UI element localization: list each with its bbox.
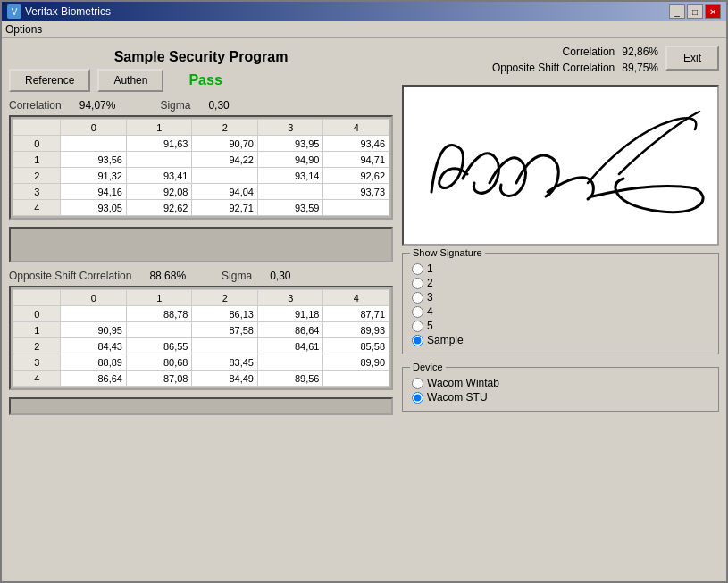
cell: 93,14 (257, 168, 323, 184)
cell (323, 200, 389, 216)
show-signature-group: Show Signature 1 2 3 4 (402, 253, 719, 354)
cell: 88,78 (126, 306, 192, 322)
table2-container: 0 1 2 3 4 0 88,78 86,13 91,18 87,71 (9, 286, 393, 390)
osc-value: 89,75% (622, 62, 658, 74)
sig-radio-2[interactable] (412, 278, 423, 289)
sig-radio-5[interactable] (412, 321, 423, 332)
cell: 93,59 (257, 200, 323, 216)
title-bar-buttons: _ □ ✕ (669, 4, 721, 19)
cell: 88,89 (61, 354, 127, 371)
sig-radio-4[interactable] (412, 306, 423, 318)
sig-label-2: 2 (427, 277, 433, 289)
cell: 92,71 (192, 200, 258, 216)
table-row: 2 91,32 93,41 93,14 92,62 (13, 168, 389, 184)
table-row: 4 86,64 87,08 84,49 89,56 (13, 371, 389, 387)
corr-value: 92,86% (622, 46, 658, 58)
th-empty (13, 120, 61, 136)
cell: 93,05 (61, 200, 127, 216)
pass-label: Pass (188, 72, 222, 88)
table1-stats: Correlation 94,07% Sigma 0,30 (9, 99, 393, 112)
sig-option-4: 4 (412, 305, 709, 318)
th-3: 3 (257, 120, 323, 136)
cell: 87,58 (192, 322, 258, 338)
close-button[interactable]: ✕ (705, 4, 721, 19)
cell: 89,90 (323, 354, 389, 371)
cell: 83,45 (192, 354, 258, 371)
cell: 87,71 (323, 306, 389, 322)
cell (257, 354, 323, 371)
th-4: 4 (323, 120, 389, 136)
sig-radio-sample[interactable] (412, 335, 423, 346)
th-0: 0 (61, 120, 127, 136)
device-radio-wintab[interactable] (412, 378, 423, 389)
cell (61, 306, 127, 322)
row-label: 0 (13, 306, 61, 322)
signature-display (402, 85, 719, 246)
table-row: 3 94,16 92,08 94,04 93,73 (13, 184, 389, 200)
device-label: Device (410, 362, 446, 372)
table2: 0 1 2 3 4 0 88,78 86,13 91,18 87,71 (13, 289, 389, 387)
cell (61, 136, 127, 152)
main-window: V Verifax Biometrics _ □ ✕ Options Sampl… (0, 0, 728, 583)
cell: 91,32 (61, 168, 127, 184)
t1-sigma-label: Sigma (160, 99, 190, 112)
t1-sigma-value: 0,30 (208, 99, 229, 112)
minimize-button[interactable]: _ (669, 4, 685, 19)
options-menu[interactable]: Options (5, 23, 42, 36)
sig-radio-1[interactable] (412, 263, 423, 275)
cell: 91,63 (126, 136, 192, 152)
cell: 94,71 (323, 152, 389, 168)
sig-label-1: 1 (427, 262, 433, 275)
table-header-row: 0 1 2 3 4 (13, 290, 389, 306)
sig-option-3: 3 (412, 291, 709, 304)
cell: 94,22 (192, 152, 258, 168)
table-row: 1 90,95 87,58 86,64 89,93 (13, 322, 389, 338)
table2-stats: Opposite Shift Correlation 88,68% Sigma … (9, 270, 393, 282)
row-label: 4 (13, 371, 61, 387)
sig-option-5: 5 (412, 320, 709, 332)
cell: 94,04 (192, 184, 258, 200)
device-radio-stu[interactable] (412, 392, 423, 404)
cell: 86,64 (61, 371, 127, 387)
row-label: 1 (13, 152, 61, 168)
th-1: 1 (126, 120, 192, 136)
device-option-stu: Wacom STU (412, 391, 709, 404)
main-content: Sample Security Program Reference Authen… (2, 38, 726, 581)
exit-button[interactable]: Exit (665, 46, 719, 71)
cell: 84,49 (192, 371, 258, 387)
table-row: 3 88,89 80,68 83,45 89,90 (13, 354, 389, 371)
sig-radio-3[interactable] (412, 292, 423, 304)
cell: 84,61 (257, 338, 323, 354)
device-option-wintab: Wacom Wintab (412, 377, 709, 389)
row-label: 3 (13, 184, 61, 200)
cell: 92,62 (323, 168, 389, 184)
cell: 93,41 (126, 168, 192, 184)
table-row: 0 88,78 86,13 91,18 87,71 (13, 306, 389, 322)
cell: 92,62 (126, 200, 192, 216)
device-label-stu: Wacom STU (427, 391, 488, 404)
t1-corr-label: Correlation (9, 99, 62, 112)
cell (192, 168, 258, 184)
t2-sigma-label: Sigma (222, 270, 252, 282)
table-header-row: 0 1 2 3 4 (13, 120, 389, 136)
authen-tab[interactable]: Authen (97, 69, 163, 92)
cell: 89,93 (323, 322, 389, 338)
cell (257, 184, 323, 200)
th-4: 4 (323, 290, 389, 306)
window-title: Verifax Biometrics (25, 5, 111, 18)
cell (192, 338, 258, 354)
cell: 93,46 (323, 136, 389, 152)
cell (323, 371, 389, 387)
cell: 94,16 (61, 184, 127, 200)
th-2: 2 (192, 290, 258, 306)
right-panel: Correlation 92,86% Opposite Shift Correl… (402, 46, 719, 574)
device-group: Device Wacom Wintab Wacom STU (402, 367, 719, 412)
cell (126, 152, 192, 168)
reference-tab[interactable]: Reference (9, 69, 90, 92)
cell: 90,70 (192, 136, 258, 152)
tabs-row: Reference Authen Pass (9, 69, 393, 92)
maximize-button[interactable]: □ (687, 4, 703, 19)
th-2: 2 (192, 120, 258, 136)
row-label: 2 (13, 338, 61, 354)
cell: 87,08 (126, 371, 192, 387)
